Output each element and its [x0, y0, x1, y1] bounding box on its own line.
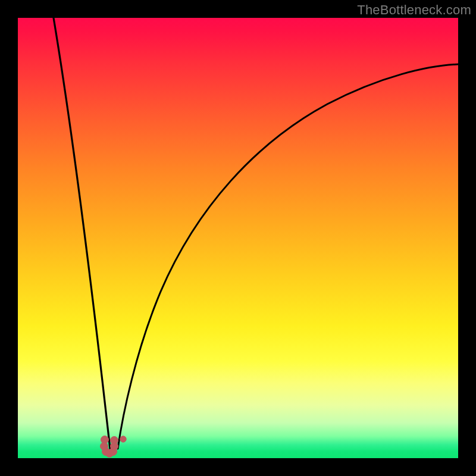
valley-marker-group: [101, 436, 127, 458]
plot-area: [18, 18, 458, 458]
chart-frame: TheBottleneck.com: [0, 0, 476, 476]
svg-point-6: [111, 437, 118, 444]
curve-left-branch: [54, 18, 110, 449]
chart-svg: [18, 18, 458, 458]
watermark-text: TheBottleneck.com: [357, 2, 471, 18]
curve-right-branch: [118, 64, 458, 449]
svg-point-7: [120, 436, 126, 442]
